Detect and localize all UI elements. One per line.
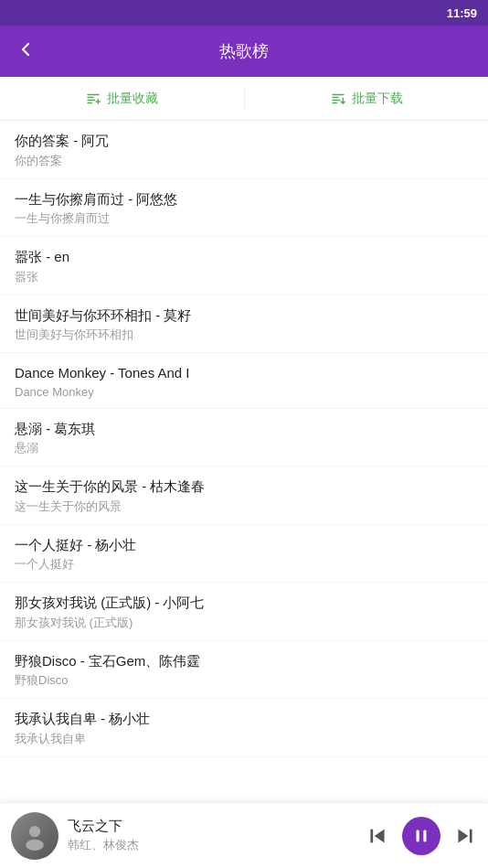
svg-point-1 xyxy=(26,839,44,850)
song-item[interactable]: 你的答案 - 阿冗你的答案 xyxy=(0,121,488,179)
collect-label: 批量收藏 xyxy=(107,91,158,107)
song-subtitle: 野狼Disco xyxy=(15,672,473,689)
song-item[interactable]: Dance Monkey - Tones And IDance Monkey xyxy=(0,353,488,409)
now-playing-title: 飞云之下 xyxy=(68,818,356,835)
collect-icon xyxy=(85,91,101,107)
song-item[interactable]: 一生与你擦肩而过 - 阿悠悠一生与你擦肩而过 xyxy=(0,179,488,238)
song-title: 世间美好与你环环相扣 - 莫籽 xyxy=(15,306,473,325)
song-item[interactable]: 我承认我自卑 - 杨小壮我承认我自卑 xyxy=(0,699,488,757)
song-subtitle: 世间美好与你环环相扣 xyxy=(15,327,473,343)
svg-rect-5 xyxy=(470,829,472,842)
song-subtitle: 一个人挺好 xyxy=(15,556,473,573)
svg-rect-3 xyxy=(417,830,419,841)
song-title: 那女孩对我说 (正式版) - 小阿七 xyxy=(15,594,473,612)
song-subtitle: 我承认我自卑 xyxy=(15,731,473,747)
song-item[interactable]: 嚣张 - en嚣张 xyxy=(0,237,488,295)
svg-rect-2 xyxy=(370,829,373,842)
song-title: 你的答案 - 阿冗 xyxy=(15,132,473,150)
back-button[interactable] xyxy=(15,38,37,64)
song-title: Dance Monkey - Tones And I xyxy=(15,364,473,382)
toolbar: 批量收藏 批量下载 xyxy=(0,77,488,121)
song-item[interactable]: 悬溺 - 葛东琪悬溺 xyxy=(0,409,488,467)
batch-collect-button[interactable]: 批量收藏 xyxy=(0,77,244,120)
header: 热歌榜 xyxy=(0,26,488,77)
now-playing-info: 飞云之下 韩红、林俊杰 xyxy=(68,818,356,853)
song-title: 野狼Disco - 宝石Gem、陈伟霆 xyxy=(15,652,473,670)
avatar xyxy=(11,812,58,860)
batch-download-button[interactable]: 批量下载 xyxy=(245,77,489,120)
download-icon xyxy=(330,91,346,107)
playback-controls xyxy=(366,817,477,855)
now-playing-artist: 韩红、林俊杰 xyxy=(68,837,356,853)
song-item[interactable]: 这一生关于你的风景 - 枯木逢春这一生关于你的风景 xyxy=(0,466,488,525)
song-title: 这一生关于你的风景 - 枯木逢春 xyxy=(15,477,473,496)
song-subtitle: 悬溺 xyxy=(15,440,473,456)
song-title: 悬溺 - 葛东琪 xyxy=(15,420,473,438)
song-title: 一生与你擦肩而过 - 阿悠悠 xyxy=(15,190,473,209)
now-playing-bar: 飞云之下 韩红、林俊杰 xyxy=(0,802,488,868)
song-item[interactable]: 野狼Disco - 宝石Gem、陈伟霆野狼Disco xyxy=(0,641,488,700)
svg-point-0 xyxy=(29,825,40,836)
song-title: 嚣张 - en xyxy=(15,248,473,266)
song-subtitle: Dance Monkey xyxy=(15,385,473,399)
song-item[interactable]: 世间美好与你环环相扣 - 莫籽世间美好与你环环相扣 xyxy=(0,295,488,354)
song-title: 我承认我自卑 - 杨小壮 xyxy=(15,710,473,728)
next-button[interactable] xyxy=(453,824,477,848)
song-item[interactable]: 一个人挺好 - 杨小壮一个人挺好 xyxy=(0,525,488,584)
svg-rect-4 xyxy=(423,830,426,841)
song-subtitle: 你的答案 xyxy=(15,153,473,169)
status-bar: 11:59 xyxy=(0,0,488,26)
song-subtitle: 那女孩对我说 (正式版) xyxy=(15,615,473,631)
page-title: 热歌榜 xyxy=(219,40,269,62)
song-list: 你的答案 - 阿冗你的答案一生与你擦肩而过 - 阿悠悠一生与你擦肩而过嚣张 - … xyxy=(0,121,488,757)
song-subtitle: 一生与你擦肩而过 xyxy=(15,210,473,227)
prev-button[interactable] xyxy=(366,824,389,848)
download-label: 批量下载 xyxy=(352,91,403,107)
song-subtitle: 嚣张 xyxy=(15,269,473,285)
song-title: 一个人挺好 - 杨小壮 xyxy=(15,536,473,554)
song-item[interactable]: 那女孩对我说 (正式版) - 小阿七那女孩对我说 (正式版) xyxy=(0,583,488,641)
play-pause-button[interactable] xyxy=(402,817,440,855)
song-subtitle: 这一生关于你的风景 xyxy=(15,498,473,515)
status-time: 11:59 xyxy=(447,6,477,20)
